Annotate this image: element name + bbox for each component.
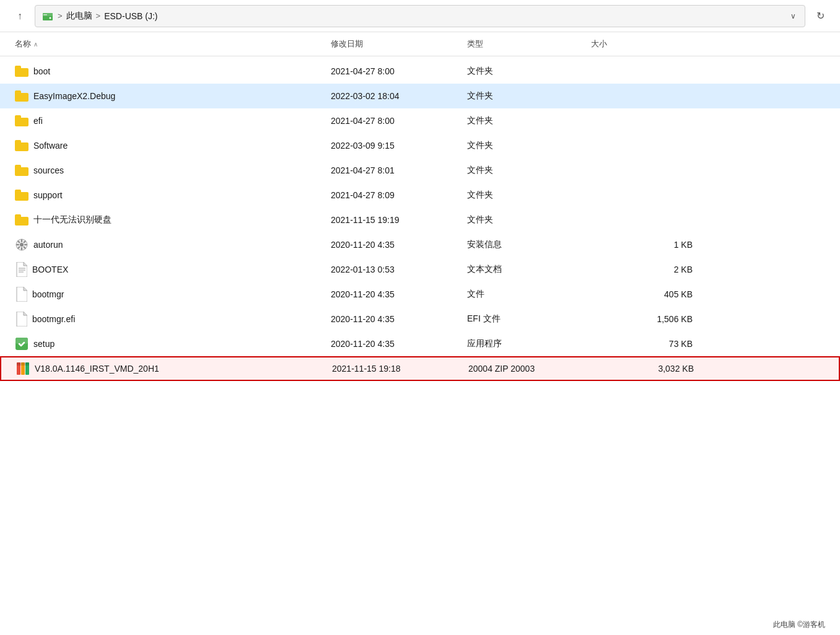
file-name-cell: Software bbox=[10, 140, 326, 151]
file-name-cell: support bbox=[10, 190, 326, 201]
file-size: 2 KB bbox=[586, 265, 698, 274]
folder-icon bbox=[15, 165, 28, 176]
col-header-size[interactable]: 大小 bbox=[586, 36, 698, 52]
file-type: 文件夹 bbox=[462, 190, 586, 201]
file-name-cell: 十一代无法识别硬盘 bbox=[10, 214, 326, 226]
file-size: 1,506 KB bbox=[586, 314, 698, 324]
file-name: autorun bbox=[33, 240, 63, 250]
col-header-extra bbox=[698, 36, 830, 52]
file-size: 1 KB bbox=[586, 240, 698, 250]
svg-rect-14 bbox=[17, 362, 29, 366]
svg-point-2 bbox=[50, 17, 51, 19]
file-name-cell: V18.0A.1146_IRST_VMD_20H1 bbox=[11, 362, 327, 375]
file-modified: 2021-04-27 8:00 bbox=[326, 116, 462, 126]
table-row[interactable]: boot 2021-04-27 8:00 文件夹 bbox=[0, 59, 840, 84]
table-row[interactable]: support 2021-04-27 8:09 文件夹 bbox=[0, 183, 840, 208]
file-name: V18.0A.1146_IRST_VMD_20H1 bbox=[35, 364, 159, 374]
file-type: 文本文档 bbox=[462, 264, 586, 275]
table-row[interactable]: setup 2020-11-20 4:35 应用程序 73 KB bbox=[0, 331, 840, 356]
file-name: Software bbox=[33, 141, 68, 151]
file-modified: 2022-03-09 9:15 bbox=[326, 141, 462, 151]
file-modified: 2020-11-20 4:35 bbox=[326, 240, 462, 250]
file-modified: 2021-04-27 8:09 bbox=[326, 190, 462, 200]
drive-icon bbox=[42, 10, 54, 22]
file-size: 73 KB bbox=[586, 339, 698, 349]
file-size: 405 KB bbox=[586, 289, 698, 299]
file-modified: 2020-11-20 4:35 bbox=[326, 314, 462, 324]
file-type: 文件夹 bbox=[462, 165, 586, 176]
address-bar: ↑ > 此电脑 > ESD-USB (J:) ∨ ↻ bbox=[0, 0, 840, 32]
col-header-type-label: 类型 bbox=[467, 38, 483, 50]
folder-icon bbox=[15, 214, 28, 226]
file-modified: 2022-01-13 0:53 bbox=[326, 265, 462, 274]
file-name-cell: autorun bbox=[10, 238, 326, 252]
col-header-size-label: 大小 bbox=[591, 38, 607, 50]
file-name: efi bbox=[33, 116, 43, 126]
file-name: boot bbox=[33, 66, 50, 76]
file-name: BOOTEX bbox=[32, 265, 68, 274]
table-row[interactable]: bootmgr 2020-11-20 4:35 文件 405 KB bbox=[0, 282, 840, 307]
column-headers: 名称 ∧ 修改日期 类型 大小 bbox=[0, 32, 840, 56]
file-name: 十一代无法识别硬盘 bbox=[33, 214, 112, 226]
file-type: 文件夹 bbox=[462, 66, 586, 77]
folder-icon bbox=[15, 90, 28, 102]
path-segment-drive[interactable]: ESD-USB (J:) bbox=[104, 11, 157, 21]
autorun-icon bbox=[15, 238, 28, 252]
folder-icon bbox=[15, 190, 28, 201]
file-name-cell: bootmgr.efi bbox=[10, 312, 326, 326]
path-segment-computer[interactable]: 此电脑 bbox=[66, 11, 92, 22]
file-name-cell: BOOTEX bbox=[10, 262, 326, 277]
bottom-note: 此电脑 ©游客机 bbox=[758, 615, 840, 635]
col-header-name-label: 名称 bbox=[15, 38, 31, 50]
path-dropdown-button[interactable]: ∨ bbox=[788, 11, 798, 22]
text-file-icon bbox=[15, 262, 27, 277]
path-separator-1: > bbox=[58, 11, 63, 20]
file-type: 文件夹 bbox=[462, 90, 586, 102]
col-header-type[interactable]: 类型 bbox=[462, 36, 586, 52]
file-name-cell: sources bbox=[10, 165, 326, 176]
setup-icon bbox=[15, 337, 28, 351]
file-modified: 2021-11-15 19:18 bbox=[327, 364, 463, 374]
folder-icon bbox=[15, 140, 28, 151]
file-modified: 2021-04-27 8:00 bbox=[326, 66, 462, 76]
address-path[interactable]: > 此电脑 > ESD-USB (J:) ∨ bbox=[35, 5, 805, 27]
file-type: 文件夹 bbox=[462, 140, 586, 151]
file-name-cell: EasyImageX2.Debug bbox=[10, 90, 326, 102]
table-row[interactable]: efi 2021-04-27 8:00 文件夹 bbox=[0, 108, 840, 133]
refresh-button[interactable]: ↻ bbox=[810, 6, 830, 26]
table-row[interactable]: V18.0A.1146_IRST_VMD_20H1 2021-11-15 19:… bbox=[0, 356, 840, 381]
file-size: 3,032 KB bbox=[587, 364, 699, 374]
file-name: bootmgr bbox=[32, 289, 64, 299]
file-modified: 2021-04-27 8:01 bbox=[326, 165, 462, 175]
svg-rect-3 bbox=[43, 14, 47, 15]
file-list: boot 2021-04-27 8:00 文件夹 EasyImageX2.Deb… bbox=[0, 56, 840, 383]
file-type: 应用程序 bbox=[462, 338, 586, 349]
file-type: EFI 文件 bbox=[462, 313, 586, 325]
table-row[interactable]: bootmgr.efi 2020-11-20 4:35 EFI 文件 1,506… bbox=[0, 307, 840, 331]
folder-icon bbox=[15, 66, 28, 77]
col-header-modified-label: 修改日期 bbox=[331, 38, 363, 50]
table-row[interactable]: 十一代无法识别硬盘 2021-11-15 19:19 文件夹 bbox=[0, 208, 840, 232]
file-type: 文件夹 bbox=[462, 115, 586, 126]
svg-rect-10 bbox=[15, 338, 28, 344]
table-row[interactable]: BOOTEX 2022-01-13 0:53 文本文档 2 KB bbox=[0, 257, 840, 282]
table-row[interactable]: EasyImageX2.Debug 2022-03-02 18:04 文件夹 bbox=[0, 84, 840, 108]
file-modified: 2020-11-20 4:35 bbox=[326, 289, 462, 299]
file-modified: 2021-11-15 19:19 bbox=[326, 215, 462, 225]
col-header-name[interactable]: 名称 ∧ bbox=[10, 36, 326, 52]
nav-up-button[interactable]: ↑ bbox=[10, 6, 30, 26]
file-modified: 2020-11-20 4:35 bbox=[326, 339, 462, 349]
file-name: setup bbox=[33, 339, 55, 349]
col-header-modified[interactable]: 修改日期 bbox=[326, 36, 462, 52]
generic-file-icon bbox=[15, 287, 27, 302]
table-row[interactable]: sources 2021-04-27 8:01 文件夹 bbox=[0, 158, 840, 183]
file-type: 文件 bbox=[462, 289, 586, 300]
file-name-cell: efi bbox=[10, 115, 326, 126]
table-row[interactable]: autorun 2020-11-20 4:35 安装信息 1 KB bbox=[0, 232, 840, 257]
file-type: 文件夹 bbox=[462, 214, 586, 226]
file-name: bootmgr.efi bbox=[32, 314, 75, 324]
table-row[interactable]: Software 2022-03-09 9:15 文件夹 bbox=[0, 133, 840, 158]
file-type: 20004 ZIP 20003 bbox=[463, 364, 587, 374]
path-separator-2: > bbox=[96, 11, 101, 20]
file-name-cell: setup bbox=[10, 337, 326, 351]
